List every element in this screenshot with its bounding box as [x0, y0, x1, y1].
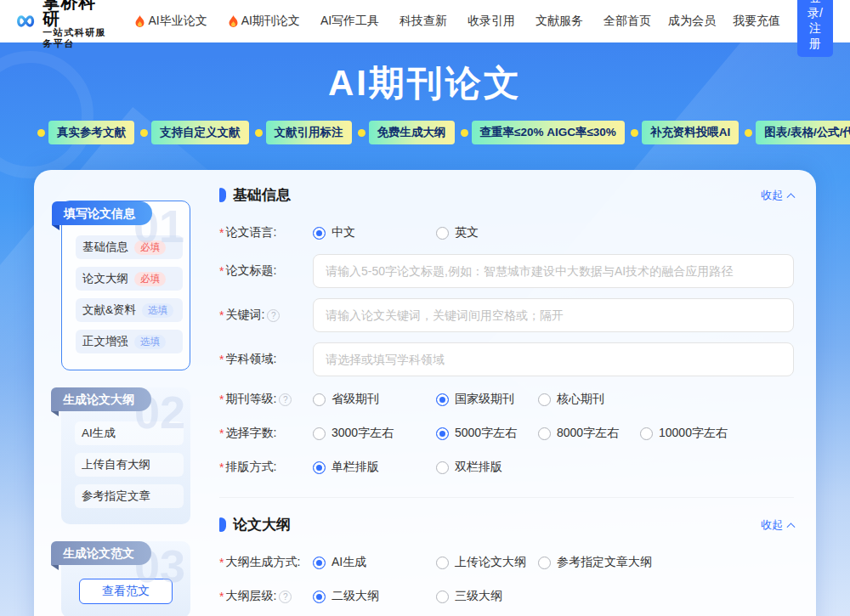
collapse-outline-link[interactable]: 收起	[761, 517, 794, 533]
radio-label: 3000字左右	[332, 426, 394, 441]
secondary-nav: 首页 成为会员 我要充值 登录/注册	[627, 0, 833, 57]
radio-label: 参考指定文章大纲	[557, 555, 652, 570]
nav-item-ai-writing-tools[interactable]: AI写作工具	[320, 14, 379, 29]
radio-icon	[640, 427, 653, 440]
nav-item-ai-journal-paper[interactable]: AI期刊论文	[228, 14, 300, 29]
nav-item-label: AI毕业论文	[148, 14, 207, 29]
badge-dot-icon	[37, 129, 45, 137]
radio-label: 双栏排版	[455, 460, 502, 475]
logo[interactable]: 掌桥科研 一站式科研服务平台	[12, 0, 112, 49]
steps-sidebar: 填写论文信息 01 基础信息必填 论文大纲必填 文献&资料选填 正文增强选填 生…	[34, 170, 201, 616]
nav-item-label: 收录引用	[468, 14, 515, 29]
required-tag: 必填	[134, 240, 166, 255]
radio-icon	[436, 557, 449, 569]
sidebar-item-body-enhance[interactable]: 正文增强选填	[76, 330, 183, 353]
radio-language-chinese[interactable]: 中文	[313, 225, 436, 240]
play-marker-icon	[219, 517, 226, 532]
radio-icon	[436, 427, 449, 440]
field-label: *论文标题:	[219, 263, 313, 279]
radio-upload-outline[interactable]: 上传论文大纲	[436, 555, 538, 570]
collapse-label: 收起	[761, 188, 783, 203]
step-2-title: 生成论文大纲	[51, 387, 151, 411]
subject-field-input[interactable]	[313, 342, 794, 376]
nav-item-tech-novelty-search[interactable]: 科技查新	[400, 14, 447, 29]
layout-radio-group: 单栏排版 双栏排版	[313, 460, 502, 475]
radio-provincial-journal[interactable]: 省级期刊	[313, 392, 436, 407]
section-title: 基础信息	[233, 185, 291, 205]
section-basic-info-header: 基础信息 收起	[219, 185, 794, 205]
sidebar-item-reference-article[interactable]: 参考指定文章	[75, 484, 184, 508]
required-asterisk: *	[219, 590, 224, 603]
row-word-count: *选择字数: 3000字左右 5000字左右 8000字左右 10000字左右	[219, 421, 794, 446]
field-label: *排版方式:	[219, 460, 313, 475]
radio-language-english[interactable]: 英文	[436, 225, 479, 240]
collapse-basic-info-link[interactable]: 收起	[761, 188, 794, 203]
radio-single-column[interactable]: 单栏排版	[313, 460, 436, 475]
badge-label: 图表/表格/公式/代码	[756, 121, 850, 144]
radio-icon	[436, 591, 449, 603]
field-label: *期刊等级:?	[219, 392, 313, 407]
nav-item-literature-service[interactable]: 文献服务	[536, 14, 583, 29]
flame-icon	[134, 15, 145, 28]
section-title: 论文大纲	[233, 515, 291, 534]
label-text: 期刊等级:	[225, 392, 276, 407]
feature-badge: 查重率≤20% AIGC率≤30%	[461, 121, 625, 144]
label-text: 学科领域:	[225, 352, 276, 367]
radio-icon	[313, 461, 326, 474]
field-label: *关键词:?	[219, 308, 313, 323]
infinity-wave-icon	[12, 8, 39, 34]
badge-dot-icon	[745, 129, 752, 137]
required-asterisk: *	[219, 393, 224, 406]
nav-item-ai-graduation-paper[interactable]: AI毕业论文	[134, 14, 207, 29]
view-sample-button[interactable]: 查看范文	[79, 579, 173, 604]
chevron-up-icon	[787, 193, 796, 201]
radio-two-level-outline[interactable]: 二级大纲	[313, 589, 436, 604]
radio-icon	[313, 227, 326, 240]
paper-title-input[interactable]	[313, 254, 794, 288]
radio-5000-words[interactable]: 5000字左右	[436, 426, 538, 441]
sidebar-item-basic-info[interactable]: 基础信息必填	[76, 235, 183, 259]
badge-label: 查重率≤20% AIGC率≤30%	[472, 121, 625, 144]
sidebar-item-literature-material[interactable]: 文献&资料选填	[76, 298, 183, 322]
radio-label: 三级大纲	[455, 589, 502, 604]
required-tag: 必填	[134, 272, 166, 286]
radio-icon	[436, 461, 449, 474]
radio-8000-words[interactable]: 8000字左右	[538, 426, 640, 441]
nav-item-label: 全部	[604, 14, 627, 29]
radio-core-journal[interactable]: 核心期刊	[538, 392, 604, 407]
label-text: 大纲层级:	[225, 589, 276, 604]
radio-icon	[436, 227, 449, 240]
radio-label: 中文	[332, 225, 355, 240]
sidebar-item-upload-own-outline[interactable]: 上传自有大纲	[75, 453, 184, 477]
nav-item-citation-index[interactable]: 收录引用	[468, 14, 515, 29]
radio-three-level-outline[interactable]: 三级大纲	[436, 589, 502, 604]
label-text: 关键词:	[225, 308, 264, 323]
radio-national-journal[interactable]: 国家级期刊	[436, 392, 538, 407]
radio-double-column[interactable]: 双栏排版	[436, 460, 502, 475]
row-subject: *学科领域:	[219, 342, 794, 376]
question-circle-icon[interactable]: ?	[279, 591, 292, 603]
feature-badge: 免费生成大纲	[358, 121, 455, 144]
radio-label: 5000字左右	[455, 426, 517, 441]
section-outline-header: 论文大纲 收起	[219, 497, 794, 534]
question-circle-icon[interactable]: ?	[279, 393, 292, 406]
radio-reference-article-outline[interactable]: 参考指定文章大纲	[538, 555, 652, 570]
badge-label: 补充资料投喂AI	[642, 121, 740, 144]
radio-icon	[313, 427, 326, 440]
sidebar-item-paper-outline[interactable]: 论文大纲必填	[76, 267, 183, 291]
main-card: 填写论文信息 01 基础信息必填 论文大纲必填 文献&资料选填 正文增强选填 生…	[34, 170, 816, 616]
radio-3000-words[interactable]: 3000字左右	[313, 426, 436, 441]
row-language: *论文语言: 中文 英文	[219, 220, 794, 246]
sidebar-item-ai-generate[interactable]: AI生成	[75, 421, 184, 445]
nav-item-recharge[interactable]: 我要充值	[733, 14, 780, 29]
radio-icon	[538, 393, 551, 406]
question-circle-icon[interactable]: ?	[267, 309, 280, 322]
keywords-input[interactable]	[313, 298, 794, 332]
nav-item-all[interactable]: 全部	[604, 14, 627, 29]
page-title: AI期刊论文	[0, 59, 850, 107]
nav-item-home[interactable]: 首页	[627, 14, 651, 29]
login-register-button[interactable]: 登录/注册	[797, 0, 833, 57]
nav-item-membership[interactable]: 成为会员	[668, 14, 716, 29]
radio-10000-words[interactable]: 10000字左右	[640, 426, 728, 441]
radio-ai-generate[interactable]: AI生成	[313, 555, 436, 570]
